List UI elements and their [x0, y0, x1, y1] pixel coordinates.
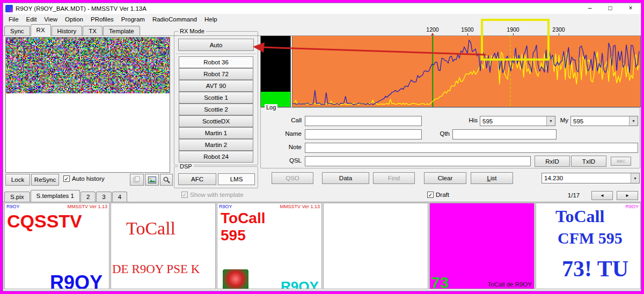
show-with-template-box — [181, 192, 188, 198]
menu-item-file[interactable]: File — [5, 16, 23, 23]
mmsstv-window: R9OY (R9OY_BAK.MDT) - MMSSTV Ver 1.13A –… — [3, 3, 641, 291]
tab-stemplates-3[interactable]: 3 — [96, 192, 111, 202]
template-thumbnail-4[interactable] — [323, 203, 428, 289]
menu-item-view[interactable]: View — [40, 16, 61, 23]
draft-label: Draft — [436, 192, 449, 198]
menu-item-option[interactable]: Option — [61, 16, 87, 23]
thumb6-callsign: R9OY — [625, 204, 639, 209]
menu-item-radiocommand[interactable]: RadioCommand — [149, 16, 201, 23]
txid-button[interactable]: TxID — [571, 156, 606, 167]
tab-template[interactable]: Template — [103, 26, 140, 36]
qth-input[interactable] — [452, 129, 557, 139]
mode-button-robot-36[interactable]: Robot 36 — [179, 56, 253, 68]
menu-item-help[interactable]: Help — [201, 16, 221, 23]
thumb5-line2: ToCall de R9OY — [488, 281, 532, 288]
mode-button-avt-90[interactable]: AVT 90 — [179, 80, 253, 92]
my-combo[interactable]: 595 ▼ — [570, 116, 638, 126]
rxid-button[interactable]: RxID — [535, 156, 570, 167]
zoom-button[interactable] — [160, 174, 173, 186]
name-label: Name — [264, 130, 302, 137]
mode-button-martin-2[interactable]: Martin 2 — [179, 139, 253, 151]
tab-stemplates-4[interactable]: 4 — [112, 192, 127, 202]
image-icon — [148, 177, 156, 183]
chevron-down-icon[interactable]: ▼ — [631, 173, 639, 183]
thumb1-bottom-text: R9OY — [50, 271, 103, 289]
rx-noise-image — [6, 38, 170, 93]
template-thumbnail-1[interactable]: R9OY MMSSTV Ver 1.13 CQSSTV R9OY — [4, 203, 109, 289]
qsl-input[interactable] — [305, 156, 531, 166]
mode-button-martin-1[interactable]: Martin 1 — [179, 127, 253, 139]
his-label: His — [454, 117, 478, 123]
draft-checkbox-box — [427, 192, 434, 198]
note-input[interactable] — [305, 143, 638, 153]
menu-item-edit[interactable]: Edit — [23, 16, 41, 23]
thumb6-big-text: ToCall — [555, 207, 604, 226]
auto-history-checkbox[interactable]: Auto history — [63, 175, 105, 182]
prev-page-button[interactable]: ◄ — [591, 191, 613, 200]
mode-button-scottie-1[interactable]: Scottie 1 — [179, 92, 253, 104]
tab-spix[interactable]: S.pix — [4, 192, 30, 202]
menubar: File Edit View Option PRofiles Program R… — [3, 14, 641, 24]
app-icon — [5, 5, 13, 12]
abc-icon: ABC — [617, 159, 625, 164]
rx-mode-group: RX Mode Auto Robot 36 Robot 72 AVT 90 Sc… — [174, 31, 258, 165]
abc-font-button: ABC — [611, 157, 631, 166]
lms-button[interactable]: LMS — [218, 173, 255, 185]
mode-button-scottie-2[interactable]: Scottie 2 — [179, 104, 253, 115]
call-input[interactable] — [305, 116, 422, 126]
resync-button[interactable]: ReSync — [31, 174, 59, 186]
mode-button-robot-72[interactable]: Robot 72 — [179, 68, 253, 80]
close-button[interactable]: × — [620, 3, 641, 14]
mode-button-scottiedx[interactable]: ScottieDX — [179, 115, 253, 127]
lock-button[interactable]: Lock — [5, 174, 30, 186]
thumb2-line2: DE R9OY PSE K — [112, 262, 200, 276]
find-button: Find — [373, 172, 415, 184]
log-group: Log Call His 595 ▼ My 595 ▼ Name Qth Not… — [260, 107, 640, 168]
template-thumbnail-6[interactable]: R9OY ToCall CFM 595 73! TU — [536, 203, 641, 289]
dsp-group: DSP AFC LMS — [174, 166, 258, 188]
template-thumbnail-strip: R9OY MMSSTV Ver 1.13 CQSSTV R9OY ToCall … — [3, 202, 641, 289]
auto-history-checkbox-box — [63, 175, 70, 182]
mode-button-auto[interactable]: Auto — [178, 39, 254, 51]
qth-label: Qth — [422, 130, 450, 137]
clear-button[interactable]: Clear — [424, 172, 466, 184]
window-title: R9OY (R9OY_BAK.MDT) - MMSSTV Ver 1.13A — [16, 5, 147, 12]
tab-separator-line — [3, 35, 641, 36]
template-thumbnail-3[interactable]: R9OY MMSSTV Ver 1.13 ToCall 595 R9OY — [217, 203, 322, 289]
name-input[interactable] — [305, 129, 422, 139]
thumb3-version: MMSSTV Ver 1.13 — [280, 204, 320, 209]
maximize-button[interactable]: □ — [600, 3, 620, 14]
tab-stemplates-1[interactable]: S.templates 1 — [31, 190, 80, 202]
thumb1-version: MMSSTV Ver 1.13 — [67, 204, 107, 209]
menu-item-program[interactable]: Program — [118, 16, 149, 23]
desktop-background: R9OY (R9OY_BAK.MDT) - MMSSTV Ver 1.13A –… — [0, 0, 644, 294]
arrow-right-icon: ► — [625, 193, 630, 198]
draft-checkbox[interactable]: Draft — [427, 192, 449, 198]
rx-image-panel — [5, 37, 170, 173]
frequency-combo[interactable]: 14.230 ▼ — [541, 173, 640, 183]
minimize-button[interactable]: – — [580, 3, 600, 14]
freq-scale: 1200 1500 1900 2300 — [292, 26, 641, 35]
chevron-down-icon[interactable]: ▼ — [629, 116, 638, 126]
thumb3-callsign: R9OY — [219, 204, 232, 209]
spectrum-display[interactable] — [292, 35, 641, 107]
tab-tx[interactable]: TX — [83, 26, 103, 36]
spectrum-waveform — [292, 36, 640, 107]
data-button[interactable]: Data — [322, 172, 369, 184]
next-page-button[interactable]: ► — [617, 191, 638, 200]
qsl-label: QSL — [264, 157, 302, 164]
list-button[interactable]: List — [471, 172, 513, 184]
thumb3-bottom-text: R9OY — [281, 278, 319, 289]
mode-button-robot-24[interactable]: Robot 24 — [179, 151, 253, 163]
tab-stemplates-2[interactable]: 2 — [80, 192, 96, 202]
menu-item-profiles[interactable]: PRofiles — [87, 16, 118, 23]
call-label: Call — [264, 117, 302, 123]
tab-sync[interactable]: Sync — [4, 26, 30, 36]
picture-button[interactable] — [145, 174, 159, 186]
template-thumbnail-5[interactable]: 73 ToCall de R9OY — [429, 203, 535, 289]
template-thumbnail-2[interactable]: ToCall DE R9OY PSE K — [111, 203, 216, 289]
afc-button[interactable]: AFC — [178, 173, 216, 185]
tab-rx[interactable]: RX — [31, 24, 51, 36]
dsp-caption: DSP — [178, 163, 194, 170]
tab-history[interactable]: History — [52, 26, 83, 36]
